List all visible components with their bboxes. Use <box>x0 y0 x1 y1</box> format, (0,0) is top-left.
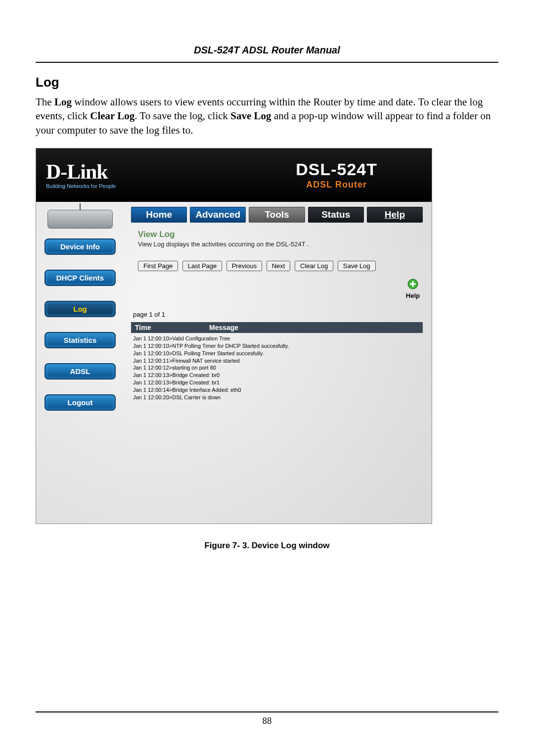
log-entry-message: Bridge Created: br0 <box>172 372 220 378</box>
help-icon-label: Help <box>406 292 420 299</box>
product-title-block: DSL-524T ADSL Router <box>296 161 377 190</box>
view-log-title: View Log <box>138 230 423 239</box>
next-button[interactable]: Next <box>267 261 291 271</box>
view-log-description: View Log displays the activities occurri… <box>138 240 423 248</box>
log-entry-message: Bridge Interface Added: eth0 <box>172 387 241 393</box>
log-button-row: First Page Last Page Previous Next Clear… <box>138 261 423 271</box>
log-entry-row: Jan 1 12:00:11> Firewall NAT service sta… <box>133 357 423 365</box>
product-model: DSL-524T <box>296 161 377 178</box>
tab-advanced[interactable]: Advanced <box>190 207 246 223</box>
top-nav-tabs: Home Advanced Tools Status Help <box>131 207 423 223</box>
log-entry-row: Jan 1 12:00:10> NTP Polling Timer for DH… <box>133 342 423 350</box>
log-entry-time: Jan 1 12:00:10> <box>133 342 172 350</box>
page-footer: 88 <box>36 711 498 726</box>
sidebar-item-device-info[interactable]: Device Info <box>44 238 116 255</box>
last-page-button[interactable]: Last Page <box>182 261 222 271</box>
tab-home[interactable]: Home <box>131 207 187 223</box>
intro-bold-log: Log <box>54 96 72 108</box>
section-heading: Log <box>36 75 498 90</box>
dlink-logo: D-Link Building Networks for People <box>46 161 116 189</box>
log-entry-message: starting on port 80 <box>172 365 216 371</box>
intro-text: . To save the log, click <box>134 110 230 122</box>
intro-bold-save: Save Log <box>230 110 271 122</box>
log-entry-message: Firewall NAT service started <box>172 358 240 364</box>
log-entry-row: Jan 1 12:00:10> DSL Polling Timer Starte… <box>133 350 423 357</box>
figure-caption: Figure 7- 3. Device Log window <box>36 541 498 551</box>
help-icon-button[interactable]: Help <box>406 278 420 299</box>
log-entry-message: Valid Configuration Tree <box>172 335 230 341</box>
screenshot-body: Device Info DHCP Clients Log Statistics … <box>36 202 432 523</box>
log-entry-row: Jan 1 12:00:13> Bridge Created: br0 <box>133 372 423 379</box>
sidebar-item-dhcp-clients[interactable]: DHCP Clients <box>44 270 116 286</box>
intro-bold-clear: Clear Log <box>90 110 134 122</box>
log-entry-time: Jan 1 12:00:10> <box>133 335 172 342</box>
log-entry-row: Jan 1 12:00:13> Bridge Created: br1 <box>133 379 423 386</box>
header-rule <box>36 62 498 63</box>
log-entry-time: Jan 1 12:00:11> <box>133 357 172 365</box>
clear-log-button[interactable]: Clear Log <box>295 261 333 271</box>
footer-rule <box>36 711 498 712</box>
log-entry-message: NTP Polling Timer for DHCP Started succe… <box>172 343 289 349</box>
document-header-title: DSL-524T ADSL Router Manual <box>36 45 498 56</box>
log-entry-message: DSL Polling Timer Started succesfully. <box>172 350 264 356</box>
screenshot-header: D-Link Building Networks for People DSL-… <box>36 148 432 202</box>
log-entry-time: Jan 1 12:00:14> <box>133 386 172 394</box>
logo-tagline: Building Networks for People <box>46 183 116 189</box>
log-entry-message: Bridge Created: br1 <box>172 379 220 385</box>
log-entry-time: Jan 1 12:00:10> <box>133 350 172 357</box>
logo-brand-text: D-Link <box>46 161 116 182</box>
first-page-button[interactable]: First Page <box>138 261 178 271</box>
log-entry-time: Jan 1 12:00:12> <box>133 364 172 372</box>
tab-tools[interactable]: Tools <box>249 207 305 223</box>
log-entry-message: DSL Carrier is down <box>172 394 221 400</box>
svg-rect-2 <box>410 284 416 285</box>
intro-text: The <box>36 96 54 108</box>
log-entry-row: Jan 1 12:00:10> Valid Configuration Tree <box>133 335 423 342</box>
log-entries-list: Jan 1 12:00:10> Valid Configuration Tree… <box>131 333 423 451</box>
column-header-message: Message <box>189 324 419 331</box>
page-number: 88 <box>36 715 498 726</box>
log-entry-row: Jan 1 12:00:14> Bridge Interface Added: … <box>133 386 423 394</box>
log-entry-time: Jan 1 12:00:13> <box>133 372 172 379</box>
save-log-button[interactable]: Save Log <box>338 261 376 271</box>
sidebar: Device Info DHCP Clients Log Statistics … <box>36 202 124 523</box>
router-admin-screenshot: D-Link Building Networks for People DSL-… <box>36 148 432 524</box>
tab-status[interactable]: Status <box>308 207 364 223</box>
router-image-icon <box>47 210 113 229</box>
sidebar-item-statistics[interactable]: Statistics <box>44 332 116 348</box>
product-type: ADSL Router <box>296 180 377 190</box>
log-entry-row: Jan 1 12:00:12> starting on port 80 <box>133 364 423 372</box>
column-header-time: Time <box>135 324 189 331</box>
sidebar-item-logout[interactable]: Logout <box>44 394 116 411</box>
log-entry-time: Jan 1 12:00:20> <box>133 394 172 401</box>
help-plus-icon <box>406 278 419 291</box>
page-indicator: page 1 of 1 <box>133 311 423 318</box>
intro-paragraph: The Log window allows users to view even… <box>36 95 498 137</box>
sidebar-item-adsl[interactable]: ADSL <box>44 363 116 379</box>
tab-help[interactable]: Help <box>367 207 423 223</box>
log-table-header: Time Message <box>131 322 423 333</box>
log-entry-row: Jan 1 12:00:20> DSL Carrier is down <box>133 394 423 401</box>
main-content: Home Advanced Tools Status Help View Log… <box>124 202 432 523</box>
log-entry-time: Jan 1 12:00:13> <box>133 379 172 386</box>
previous-button[interactable]: Previous <box>226 261 263 271</box>
document-page: DSL-524T ADSL Router Manual Log The Log … <box>0 0 534 756</box>
sidebar-item-log[interactable]: Log <box>44 301 116 317</box>
